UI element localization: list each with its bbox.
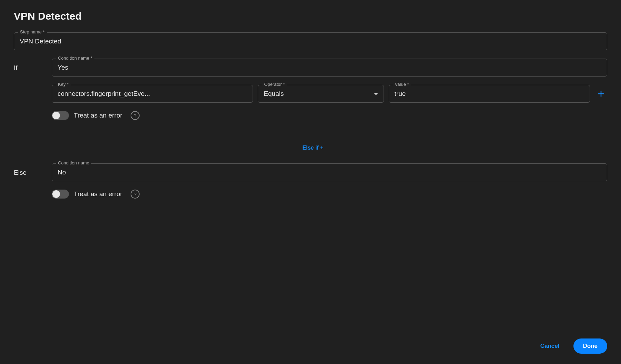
else-condition-name-input[interactable] bbox=[52, 163, 607, 181]
if-label: If bbox=[14, 59, 52, 72]
done-button[interactable]: Done bbox=[573, 338, 608, 354]
operator-label: Operator * bbox=[262, 82, 287, 87]
if-condition-name-label: Condition name * bbox=[56, 55, 94, 61]
if-condition-name-field: Condition name * bbox=[52, 59, 607, 77]
operator-select[interactable]: Equals bbox=[258, 85, 384, 103]
key-label: Key * bbox=[56, 82, 71, 87]
footer: Cancel Done bbox=[14, 325, 607, 354]
step-name-input[interactable] bbox=[14, 32, 607, 50]
toggle-knob bbox=[52, 190, 60, 198]
condition-row: Key * Operator * Equals Value * bbox=[52, 85, 607, 103]
value-input[interactable] bbox=[389, 85, 590, 103]
help-icon[interactable]: ? bbox=[131, 190, 140, 199]
toggle-knob bbox=[52, 112, 60, 119]
plus-icon bbox=[598, 90, 604, 97]
if-section: If Condition name * Key * Operator * Equ… bbox=[14, 59, 607, 120]
step-name-field: Step name * bbox=[14, 32, 607, 50]
value-field: Value * bbox=[389, 85, 590, 103]
step-name-label: Step name * bbox=[18, 29, 47, 34]
else-treat-error-label: Treat as an error bbox=[74, 190, 122, 198]
if-condition-name-input[interactable] bbox=[52, 59, 607, 77]
else-section: Else Condition name Treat as an error ? bbox=[14, 163, 607, 199]
else-treat-error-row: Treat as an error ? bbox=[52, 190, 607, 199]
if-treat-error-row: Treat as an error ? bbox=[52, 111, 607, 120]
key-field: Key * bbox=[52, 85, 253, 103]
page-title: VPN Detected bbox=[14, 10, 607, 22]
if-treat-error-label: Treat as an error bbox=[74, 112, 122, 119]
cancel-button[interactable]: Cancel bbox=[535, 339, 565, 353]
key-input[interactable] bbox=[52, 85, 253, 103]
else-treat-error-toggle[interactable] bbox=[52, 190, 69, 199]
else-if-button[interactable]: Else if + bbox=[19, 145, 607, 151]
else-condition-name-label: Condition name bbox=[56, 160, 91, 165]
help-icon[interactable]: ? bbox=[131, 111, 140, 120]
else-label: Else bbox=[14, 163, 52, 176]
add-condition-button[interactable] bbox=[595, 90, 607, 97]
operator-field: Operator * Equals bbox=[258, 85, 384, 103]
else-condition-name-field: Condition name bbox=[52, 163, 607, 181]
if-treat-error-toggle[interactable] bbox=[52, 111, 69, 120]
value-label: Value * bbox=[393, 82, 411, 87]
